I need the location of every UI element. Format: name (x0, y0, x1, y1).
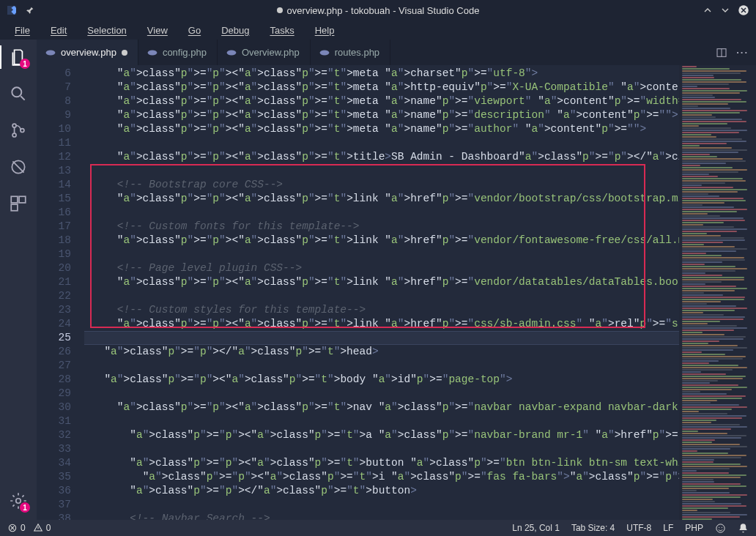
split-editor-icon[interactable] (716, 47, 727, 59)
error-icon (7, 523, 18, 533)
explorer-badge: 1 (20, 59, 30, 69)
code-line[interactable]: "a">class"p">="p"></"a">class"p">="t">bu… (84, 484, 679, 498)
code-line[interactable]: "a">class"p">="p"><"a">class"p">="t">lin… (84, 192, 679, 206)
app-icon (6, 4, 18, 16)
code-line[interactable]: <!-- Navbar Search --> (84, 512, 679, 520)
code-line[interactable] (84, 359, 679, 373)
svg-point-12 (226, 50, 236, 55)
modified-dot-icon (277, 7, 283, 13)
menu-selection[interactable]: Selection (78, 23, 135, 37)
svg-point-18 (722, 526, 722, 527)
code-line[interactable]: "a">class"p">="p"><"a">class"p">="t">tit… (84, 150, 679, 164)
tab-Overview-php[interactable]: Overview.php (218, 40, 311, 65)
search-icon[interactable] (8, 83, 29, 104)
svg-point-16 (716, 524, 724, 532)
tab-label: routes.php (335, 47, 379, 58)
minimap[interactable] (679, 65, 756, 520)
code-line[interactable]: "a">class"p">="p"><"a">class"p">="t">met… (84, 67, 679, 81)
code-line[interactable]: "a">class"p">="p"><"a">class"p">="t">met… (84, 108, 679, 122)
menu-tasks[interactable]: Tasks (261, 23, 303, 37)
code-line[interactable]: "a">class"p">="p"><"a">class"p">="t">met… (84, 94, 679, 108)
status-lang[interactable]: PHP (685, 523, 703, 533)
settings-icon[interactable]: 1 (8, 491, 29, 511)
status-errors[interactable]: 0 (7, 523, 26, 533)
code-line[interactable]: <!-- Custom fonts for this template--> (84, 220, 679, 234)
svg-point-3 (12, 133, 16, 137)
code-line[interactable]: "a">class"p">="p"><"a">class"p">="t">lin… (84, 275, 679, 289)
status-lncol[interactable]: Ln 25, Col 1 (512, 523, 560, 533)
svg-point-2 (12, 124, 16, 127)
tab-routes-php[interactable]: routes.php (311, 40, 390, 65)
menu-debug[interactable]: Debug (212, 23, 258, 37)
menu-edit[interactable]: Edit (42, 23, 75, 37)
code-line[interactable]: "a">class"p">="p"><"a">class"p">="t">lin… (84, 317, 679, 331)
editor-tabs: overview.php config.php Overview.php rou… (37, 40, 756, 65)
svg-rect-8 (11, 204, 18, 211)
menu-file[interactable]: File (6, 23, 39, 37)
warning-icon (33, 523, 43, 533)
tab-label: config.php (163, 47, 207, 58)
status-tabsize[interactable]: Tab Size: 4 (571, 523, 615, 533)
debug-icon[interactable] (8, 157, 29, 177)
status-eol[interactable]: LF (663, 523, 673, 533)
tab-config-php[interactable]: config.php (138, 40, 218, 65)
code-line[interactable]: "a">class"p">="p"><"a">class"p">="t">bod… (84, 373, 679, 387)
tab-overview-php[interactable]: overview.php (37, 40, 138, 65)
code-line[interactable]: <!-- Custom styles for this template--> (84, 303, 679, 317)
code-line[interactable]: "a">class"p">="p"><"a">class"p">="t">met… (84, 81, 679, 94)
bell-icon[interactable] (738, 523, 749, 534)
php-icon (319, 48, 330, 58)
svg-rect-6 (11, 196, 18, 203)
svg-point-9 (16, 499, 21, 504)
feedback-icon[interactable] (715, 523, 726, 534)
code-line[interactable] (84, 164, 679, 178)
close-icon[interactable] (737, 4, 750, 17)
code-line[interactable]: "a">class"p">="p"><"a">class"p">="t">met… (84, 122, 679, 136)
menubar: File Edit Selection View Go Debug Tasks … (0, 21, 756, 40)
menu-help[interactable]: Help (306, 23, 344, 37)
code-line[interactable] (84, 442, 679, 456)
code-line[interactable] (84, 498, 679, 512)
editor-area: overview.php config.php Overview.php rou… (37, 40, 756, 520)
menu-view[interactable]: View (138, 23, 177, 37)
svg-point-1 (12, 87, 21, 97)
code-line[interactable] (84, 414, 679, 428)
php-icon (147, 48, 158, 58)
svg-rect-7 (19, 196, 26, 203)
tab-label: Overview.php (242, 47, 300, 58)
code-line[interactable]: "a">class"p">="p"><"a">class"p">="t">but… (84, 456, 679, 470)
svg-point-11 (147, 50, 157, 55)
code-line[interactable] (84, 387, 679, 401)
code-line[interactable] (84, 331, 679, 345)
status-encoding[interactable]: UTF-8 (626, 523, 651, 533)
extensions-icon[interactable] (8, 193, 29, 214)
code-line[interactable]: <!-- Page level plugin CSS--> (84, 261, 679, 275)
code-line[interactable]: <!-- Bootstrap core CSS--> (84, 178, 679, 192)
code-line[interactable]: "a">class"p">="p"><"a">class"p">="t">nav… (84, 401, 679, 414)
code-line[interactable] (84, 136, 679, 150)
status-bar: 0 0 Ln 25, Col 1 Tab Size: 4 UTF-8 LF PH… (0, 520, 756, 536)
code-line[interactable]: "a">class"p">="p"><"a">class"p">="t">a "… (84, 428, 679, 442)
minimize-icon[interactable] (702, 4, 714, 16)
explorer-icon[interactable]: 1 (8, 47, 29, 67)
scm-icon[interactable] (8, 120, 29, 141)
code-line[interactable] (84, 206, 679, 220)
php-icon (45, 48, 56, 58)
svg-point-17 (719, 526, 719, 527)
window-titlebar: overview.php - tokobuah - Visual Studio … (0, 0, 756, 21)
more-icon[interactable]: ··· (736, 47, 749, 58)
status-warnings[interactable]: 0 (33, 523, 51, 533)
menu-go[interactable]: Go (179, 23, 210, 37)
code-line[interactable] (84, 289, 679, 303)
code-line[interactable]: "a">class"p">="p"><"a">class"p">="t">lin… (84, 234, 679, 247)
activity-bar: 1 1 (0, 40, 37, 520)
code-line[interactable]: "a">class"p">="p"></"a">class"p">="t">he… (84, 345, 679, 359)
code-line[interactable]: "a">class"p">="p"><"a">class"p">="t">i "… (84, 470, 679, 484)
settings-badge: 1 (20, 502, 30, 513)
php-icon (226, 48, 237, 58)
pin-icon[interactable] (25, 6, 34, 15)
code-editor[interactable]: 6789101112131415161718192021222324252627… (37, 65, 756, 520)
modified-dot-icon (122, 50, 127, 56)
code-line[interactable] (84, 247, 679, 261)
maximize-icon[interactable] (719, 4, 731, 16)
